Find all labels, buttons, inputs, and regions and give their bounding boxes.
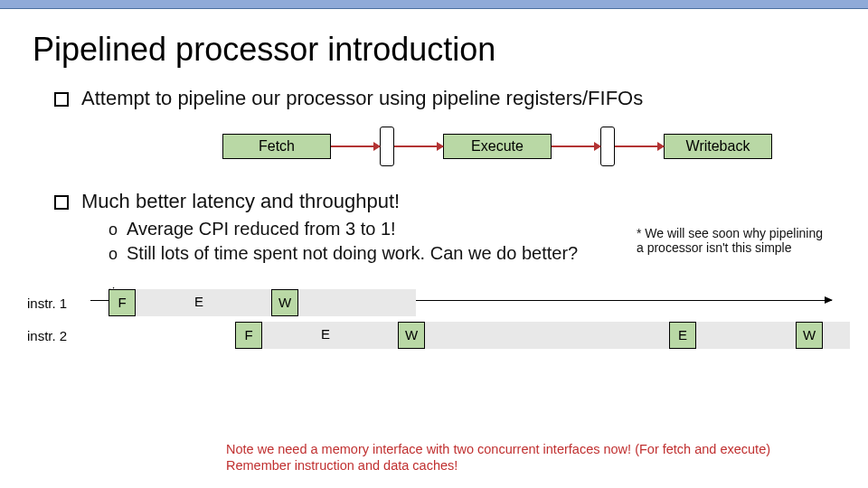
table-row: instr. 1 F E W: [27, 289, 841, 316]
arrow-icon: [552, 145, 600, 147]
instr-1-label: instr. 1: [27, 296, 108, 311]
cell-writeback: W: [271, 289, 298, 316]
cell-fetch: F: [108, 289, 136, 316]
cell-fetch: F: [235, 322, 262, 349]
bullet-2-text: Much better latency and throughput!: [81, 190, 400, 213]
gantt-row-2: F E W E W: [108, 322, 841, 349]
cell-writeback: W: [796, 322, 823, 349]
header-bar: [0, 0, 868, 9]
pipeline-diagram: Fetch Execute Writeback: [0, 127, 868, 166]
footnote-line2: Remember instruction and data caches!: [226, 458, 770, 474]
timeline-chart: time instr. 1 F E W instr. 2 F E W E W: [0, 289, 868, 349]
side-note-line1: * We will see soon why pipelining: [637, 226, 844, 240]
arrow-icon: [331, 145, 380, 147]
pipeline-register-icon: [380, 127, 394, 166]
bullet-1-text: Attempt to pipeline our processor using …: [81, 87, 643, 110]
stage-writeback: Writeback: [664, 134, 772, 159]
cell-writeback: W: [398, 322, 425, 349]
footnote: Note we need a memory interface with two…: [226, 442, 770, 474]
arrow-icon: [394, 145, 443, 147]
page-title: Pipelined processor introduction: [0, 9, 868, 80]
square-bullet-icon: [54, 92, 69, 107]
cell-execute: E: [669, 322, 696, 349]
footnote-line1: Note we need a memory interface with two…: [226, 442, 770, 457]
table-row: instr. 2 F E W E W: [27, 322, 841, 349]
arrow-icon: [615, 145, 664, 147]
subbullet-1-text: Average CPI reduced from 3 to 1!: [127, 219, 396, 239]
stage-fetch: Fetch: [222, 134, 331, 159]
bullet-2: Much better latency and throughput!: [0, 183, 868, 217]
instr-2-label: instr. 2: [27, 328, 108, 343]
square-bullet-icon: [54, 195, 69, 210]
pipeline-register-icon: [600, 127, 615, 166]
cell-execute-span: E: [136, 289, 262, 316]
bullet-1: Attempt to pipeline our processor using …: [0, 80, 868, 114]
subbullet-2-text: Still lots of time spent not doing work.…: [127, 243, 578, 264]
cell-execute-span: E: [262, 322, 389, 349]
circle-bullet-icon: o: [108, 221, 118, 239]
gantt-row-1: F E W: [108, 289, 841, 316]
stage-execute: Execute: [443, 134, 552, 159]
side-note: * We will see soon why pipelining a proc…: [637, 226, 844, 255]
circle-bullet-icon: o: [108, 245, 118, 264]
side-note-line2: a processor isn't this simple: [637, 240, 844, 255]
